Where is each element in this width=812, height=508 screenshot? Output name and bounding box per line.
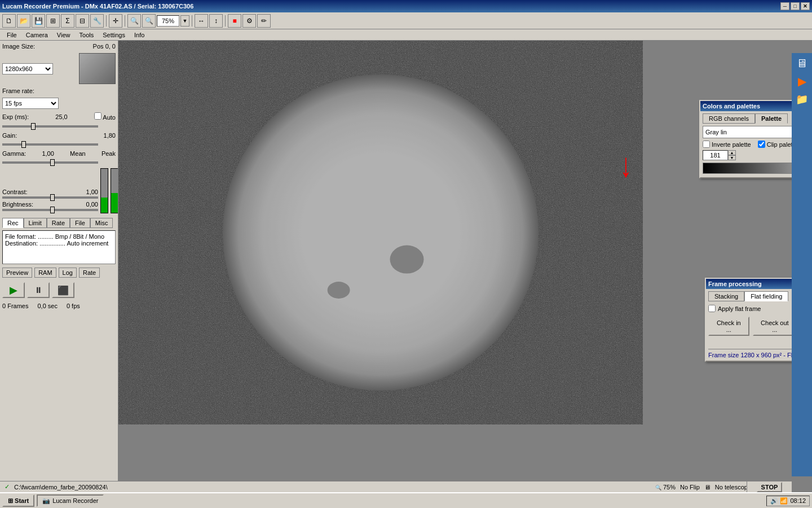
maximize-button[interactable]: □ — [791, 2, 800, 10]
move-button[interactable]: ✛ — [109, 14, 122, 28]
no-flip-status: No Flip — [680, 484, 700, 491]
pos-display: Pos 0, 0 — [93, 43, 116, 50]
auto-label: Auto — [94, 112, 116, 121]
new-button[interactable]: 🗋 — [2, 14, 16, 28]
tab-rate[interactable]: Rate — [47, 218, 70, 228]
clip-palette-checkbox[interactable] — [758, 141, 765, 148]
invert-palette-checkbox[interactable] — [703, 141, 710, 148]
zoom-input[interactable]: 75% — [157, 15, 179, 27]
check-in-button[interactable]: Check in ... — [708, 317, 749, 336]
pause-button[interactable]: ⏸ — [27, 282, 50, 298]
tools-button[interactable]: ⚙ — [242, 14, 256, 28]
taskbar-lucam[interactable]: 📷 Lucam Recorder — [37, 494, 104, 507]
range-left-down[interactable]: ▼ — [728, 155, 736, 160]
fps-count: 0 fps — [67, 303, 80, 309]
brightness-slider-thumb[interactable] — [50, 207, 55, 213]
xp-icon-3[interactable]: 📁 — [794, 91, 810, 107]
file-info-box: File format: ......... Bmp / 8Bit / Mono… — [2, 230, 116, 264]
palette-select[interactable]: Gray lin — [703, 126, 804, 138]
menu-camera[interactable]: Camera — [21, 30, 52, 40]
tab-flat-fielding[interactable]: Flat fielding — [744, 291, 788, 301]
exp-slider-thumb[interactable] — [31, 123, 36, 130]
image-canvas: ↓ — [118, 41, 643, 424]
menu-settings[interactable]: Settings — [98, 30, 130, 40]
invert-palette-label: Inverte palette — [712, 141, 751, 148]
invert-palette-cb: Inverte palette — [703, 141, 751, 148]
tab-log[interactable]: Log — [59, 268, 77, 278]
pencil-button[interactable]: ✏ — [257, 14, 271, 28]
check-out-button[interactable]: Check out ... — [753, 317, 797, 336]
gamma-slider-track — [2, 161, 98, 164]
contrast-value: 1,00 — [86, 189, 98, 195]
menu-tools[interactable]: Tools — [75, 30, 99, 40]
system-tray: 🔊 📶 08:12 — [766, 496, 810, 506]
app-title: Lucam Recorder Premium - DMx 41AF02.AS /… — [2, 3, 193, 10]
gain-row: Gain: 1,80 — [2, 132, 116, 139]
gamma-slider-thumb[interactable] — [50, 159, 55, 166]
seconds-count: 0,0 sec — [37, 303, 57, 309]
range-left-up[interactable]: ▲ — [728, 150, 736, 155]
xp-icon-2[interactable]: ▶ — [794, 73, 810, 89]
grid-button[interactable]: ⊟ — [76, 14, 89, 28]
tab-stacking[interactable]: Stacking — [708, 291, 744, 301]
open-button[interactable]: 📂 — [17, 14, 30, 28]
red-button[interactable]: ■ — [228, 14, 241, 28]
menu-file[interactable]: File — [2, 30, 21, 40]
multi-button[interactable]: ⊞ — [46, 14, 60, 28]
taskbar-clock: 08:12 — [790, 497, 806, 504]
close-button[interactable]: ✕ — [801, 2, 810, 10]
zoom-dropdown-arrow[interactable]: ▼ — [180, 15, 189, 27]
image-area: ↓ Colors and palettes ✕ RGB channels Pal… — [118, 41, 812, 492]
tab-rgb-channels[interactable]: RGB channels — [703, 113, 755, 124]
tab-ram[interactable]: RAM — [34, 268, 56, 278]
tab-file[interactable]: File — [70, 218, 90, 228]
status-path: C:\fwcam\demo_farbe_20090824\ — [14, 484, 108, 491]
flip-v-button[interactable]: ↕ — [209, 14, 223, 28]
tab-preview[interactable]: Preview — [2, 268, 32, 278]
solar-image-svg — [118, 41, 643, 424]
contrast-slider-thumb[interactable] — [50, 194, 55, 201]
image-thumbnail — [79, 53, 116, 84]
apply-flat-checkbox[interactable] — [708, 305, 716, 312]
xp-icon-1[interactable]: 🖥 — [794, 55, 810, 71]
zoom-out-button[interactable]: 🔍 — [127, 14, 141, 28]
menu-view[interactable]: View — [52, 30, 75, 40]
tab-rate-bottom[interactable]: Rate — [79, 268, 100, 278]
tab-rec[interactable]: Rec — [2, 218, 24, 228]
zoom-status: 🔍 75% — [655, 484, 676, 491]
checkmark-icon: ✓ — [5, 483, 10, 491]
stop-button[interactable]: ⬛ — [52, 282, 74, 298]
minimize-button[interactable]: ─ — [780, 2, 789, 10]
sum-button[interactable]: Σ — [61, 14, 74, 28]
record-button[interactable]: ▶ — [2, 282, 25, 298]
toolbar-separator-2 — [125, 15, 125, 27]
brightness-slider-track — [2, 209, 98, 211]
options-button[interactable]: 🔧 — [90, 14, 104, 28]
gain-slider-thumb[interactable] — [21, 141, 26, 148]
colors-panel-title: Colors and palettes — [703, 103, 760, 110]
range-left-input[interactable]: 181 — [703, 150, 728, 160]
red-arrow-indicator: ↓ — [620, 148, 632, 182]
auto-checkbox[interactable] — [94, 112, 102, 120]
start-button[interactable]: ⊞ Start — [2, 494, 34, 507]
exp-slider-track — [2, 125, 98, 128]
stop-recording-button[interactable]: STOP — [757, 482, 783, 492]
zoom-control: 75% ▼ — [157, 15, 189, 27]
bottom-tabs: Preview RAM Log Rate — [2, 268, 116, 278]
image-size-select[interactable]: 1280x960 640x480 — [2, 63, 53, 75]
save-button[interactable]: 💾 — [32, 14, 45, 28]
frame-rate-select[interactable]: 15 fps 30 fps — [2, 98, 59, 109]
gain-value: 1,80 — [104, 132, 116, 139]
tab-misc[interactable]: Misc — [90, 218, 113, 228]
meters — [100, 168, 118, 213]
screen-icon: 🖥 — [704, 484, 710, 491]
gain-label: Gain: — [2, 132, 17, 139]
flip-h-button[interactable]: ↔ — [195, 14, 208, 28]
tab-palette[interactable]: Palette — [755, 113, 788, 124]
tab-limit[interactable]: Limit — [24, 218, 47, 228]
left-panel: Image Size: Pos 0, 0 1280x960 640x480 Fr… — [0, 41, 118, 492]
menu-info[interactable]: Info — [130, 30, 149, 40]
contrast-slider-track — [2, 196, 98, 199]
zoom-in-button[interactable]: 🔍 — [142, 14, 156, 28]
frame-rate-row: Frame rate: — [2, 87, 116, 94]
